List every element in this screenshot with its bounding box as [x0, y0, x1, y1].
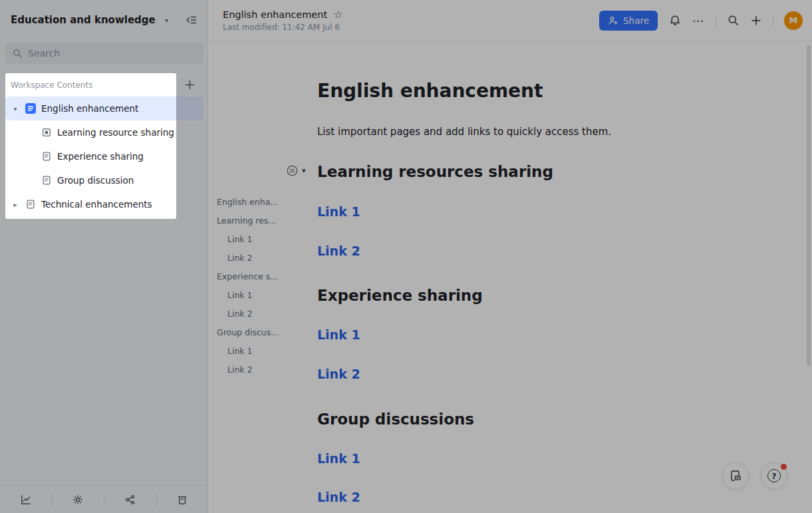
outline-item[interactable]: Link 1: [217, 342, 290, 361]
share-button-label: Share: [623, 15, 649, 26]
expand-caret-icon[interactable]: ▾: [11, 105, 20, 112]
analytics-icon[interactable]: [0, 494, 52, 506]
tree-item-label: Group discussion: [57, 175, 134, 186]
person-plus-icon: [608, 15, 618, 26]
topbar-divider: [773, 14, 773, 27]
document-comment-icon: [729, 469, 742, 482]
notifications-bell-icon[interactable]: [668, 14, 682, 27]
topbar: English enhancement ☆ Last modified: 11:…: [208, 0, 812, 41]
outline-item[interactable]: Experience s...: [217, 267, 290, 286]
grid-document-icon: [41, 127, 52, 138]
comments-panel-button[interactable]: [722, 462, 749, 489]
share-button[interactable]: Share: [599, 11, 658, 31]
search-icon: [12, 48, 23, 59]
outline-item[interactable]: Link 1: [217, 286, 290, 305]
outline-item[interactable]: Learning res...: [217, 212, 290, 230]
avatar[interactable]: M: [784, 11, 803, 30]
search-input[interactable]: [28, 48, 188, 59]
outline-item[interactable]: Link 2: [217, 361, 290, 379]
outline-item[interactable]: English enha...: [217, 193, 290, 212]
outline-item[interactable]: Link 2: [217, 249, 290, 267]
section-heading: Learning resources sharing: [317, 162, 553, 182]
notification-dot: [781, 464, 787, 470]
document-outline: English enha... Learning res... Link 1 L…: [217, 193, 290, 379]
heading-collapse-caret-icon[interactable]: ▾: [302, 166, 306, 175]
workspace-contents-label: Workspace Contents: [11, 81, 92, 90]
add-page-icon[interactable]: [184, 79, 196, 90]
share-nodes-icon[interactable]: [104, 494, 156, 506]
outline-item[interactable]: Group discus...: [217, 323, 290, 342]
workspace-title[interactable]: Education and knowledge sh...: [11, 14, 158, 26]
document-icon: [25, 199, 36, 210]
star-favorite-icon[interactable]: ☆: [333, 9, 342, 20]
sidebar-item-english-enhancement[interactable]: ▾ English enhancement: [5, 96, 203, 120]
search-icon[interactable]: [727, 14, 740, 27]
tree-item-label: Experience sharing: [57, 151, 144, 162]
heading-menu-control[interactable]: ▾: [286, 164, 306, 177]
doc-link[interactable]: Link 1: [317, 327, 360, 343]
sidebar-item-group-discussion[interactable]: Group discussion: [5, 168, 203, 192]
collapsed-caret-icon[interactable]: ▸: [11, 201, 20, 208]
create-new-plus-icon[interactable]: [750, 15, 762, 27]
heading-menu-circle-icon[interactable]: [286, 164, 299, 177]
sidebar-item-experience-sharing[interactable]: Experience sharing: [5, 144, 203, 168]
section-heading: Group discussions: [317, 409, 474, 429]
sidebar-item-technical-enhancements[interactable]: ▸ Technical enhancements: [5, 192, 203, 216]
tree-item-label: English enhancement: [41, 103, 138, 114]
chevron-down-icon[interactable]: ▾: [165, 17, 168, 24]
doc-intro: List important pages and add links to qu…: [317, 126, 611, 138]
question-mark-icon: ?: [767, 469, 781, 482]
tree-item-label: Technical enhancements: [41, 199, 152, 210]
settings-gear-icon[interactable]: [53, 494, 104, 506]
document-icon: [41, 175, 52, 186]
doc-link[interactable]: Link 2: [317, 243, 360, 259]
collapse-sidebar-icon[interactable]: [185, 13, 198, 27]
sidebar-item-learning-resource-sharing[interactable]: Learning resource sharing: [5, 120, 203, 144]
tree-item-label: Learning resource sharing: [57, 127, 174, 138]
more-options-icon[interactable]: ⋯: [692, 14, 705, 27]
doc-title: English enhancement: [317, 80, 543, 102]
document-icon: [41, 151, 52, 162]
topbar-divider: [716, 14, 716, 27]
scrollbar-thumb[interactable]: [807, 45, 811, 366]
doc-link[interactable]: Link 1: [317, 450, 360, 466]
sidebar-search[interactable]: [5, 43, 203, 64]
outline-item[interactable]: Link 2: [217, 305, 290, 323]
doc-link[interactable]: Link 2: [317, 489, 360, 505]
document-icon-blue: [25, 103, 36, 114]
section-heading: Experience sharing: [317, 285, 483, 305]
outline-item[interactable]: Link 1: [217, 230, 290, 249]
doc-link[interactable]: Link 2: [317, 366, 360, 382]
document-area: English enha... Learning res... Link 1 L…: [208, 42, 812, 513]
trash-icon[interactable]: [157, 494, 209, 506]
page-title: English enhancement: [223, 9, 327, 20]
workspace-header[interactable]: Education and knowledge sh... ▾: [0, 0, 207, 27]
main-area: English enhancement ☆ Last modified: 11:…: [208, 0, 812, 513]
workspace-contents-tree: Workspace Contents ▾ English enhancement…: [5, 73, 203, 216]
sidebar-footer: [0, 485, 208, 513]
doc-link[interactable]: Link 1: [317, 204, 360, 220]
last-modified-text: Last modified: 11:42 AM Jul 6: [223, 23, 343, 32]
